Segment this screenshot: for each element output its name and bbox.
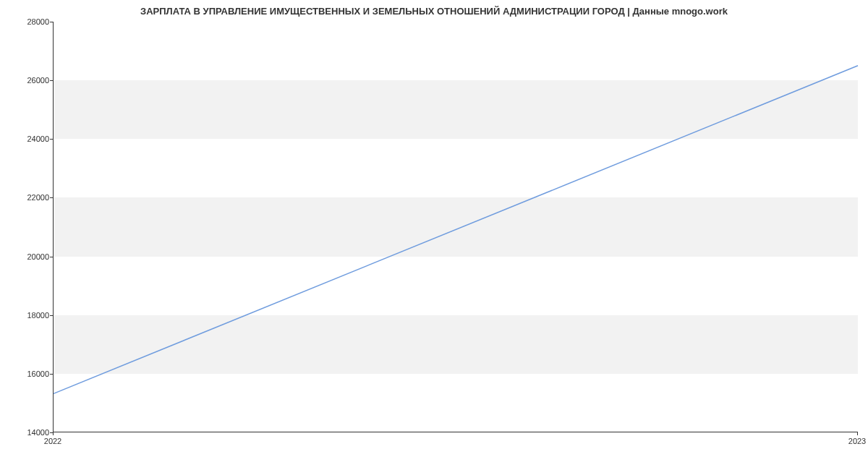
y-tick-mark	[50, 139, 53, 140]
data-line	[54, 22, 858, 432]
x-tick-label: 2022	[44, 437, 61, 445]
y-tick-mark	[50, 22, 53, 22]
salary-chart: ЗАРПЛАТА В УПРАВЛЕНИЕ ИМУЩЕСТВЕННЫХ И ЗЕ…	[0, 0, 868, 470]
x-tick-mark	[857, 432, 858, 435]
plot-area	[53, 22, 858, 432]
x-tick-mark	[53, 432, 54, 435]
y-tick-label: 26000	[20, 77, 49, 85]
y-tick-label: 22000	[20, 194, 49, 202]
chart-title: ЗАРПЛАТА В УПРАВЛЕНИЕ ИМУЩЕСТВЕННЫХ И ЗЕ…	[0, 6, 868, 17]
y-tick-label: 14000	[20, 429, 49, 437]
y-tick-mark	[50, 374, 53, 375]
y-tick-mark	[50, 315, 53, 316]
y-tick-mark	[50, 257, 53, 257]
y-tick-mark	[50, 197, 53, 198]
y-tick-mark	[50, 80, 53, 81]
y-tick-label: 24000	[20, 135, 49, 143]
y-tick-label: 18000	[20, 311, 49, 319]
x-tick-label: 2023	[848, 437, 866, 445]
y-tick-label: 20000	[20, 252, 49, 260]
y-tick-label: 16000	[20, 369, 49, 377]
y-tick-label: 28000	[20, 18, 49, 26]
